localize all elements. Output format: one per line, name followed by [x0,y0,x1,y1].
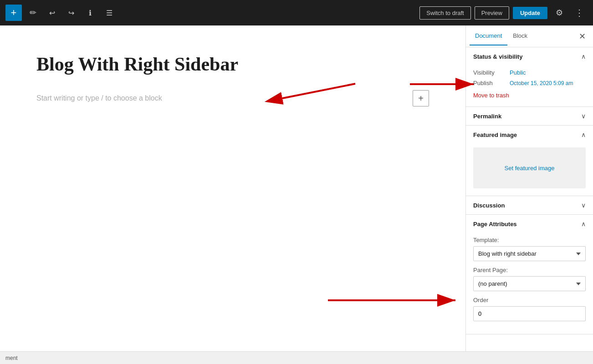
toolbar: + ✏ ↩ ↪ ℹ ☰ Switch to draft Preview Upda… [0,0,593,25]
page-attributes-title: Page Attributes [473,221,517,228]
page-attributes-section: Page Attributes ∧ Template: Blog with ri… [466,215,593,334]
info-button[interactable]: ℹ [82,5,98,21]
status-bar-text: ment [5,355,18,361]
order-field-group: Order [473,297,586,321]
featured-image-chevron-up-icon: ∧ [581,131,586,138]
status-visibility-body: Visibility Public Publish October 15, 20… [466,66,593,106]
chevron-up-icon: ∧ [581,53,586,60]
parent-page-label: Parent Page: [473,267,586,273]
edit-icon-button[interactable]: ✏ [25,5,41,21]
permalink-title: Permalink [473,113,501,120]
parent-page-field-group: Parent Page: (no parent) [473,267,586,291]
featured-image-body: Set featured image [466,144,593,196]
visibility-value[interactable]: Public [510,69,526,76]
order-input[interactable] [473,306,586,321]
right-sidebar: Document Block ✕ Status & visibility ∧ V… [465,25,593,351]
publish-label: Publish [473,80,510,86]
page-attributes-header[interactable]: Page Attributes ∧ [466,215,593,233]
status-visibility-section: Status & visibility ∧ Visibility Public … [466,47,593,107]
toolbar-left: + ✏ ↩ ↪ ℹ ☰ [5,5,118,21]
publish-row: Publish October 15, 2020 5:09 am [473,80,586,86]
page-attributes-body: Template: Blog with right sidebar Defaul… [466,233,593,334]
more-options-button[interactable]: ⋮ [571,5,588,21]
featured-image-section: Featured image ∧ Set featured image [466,126,593,196]
discussion-section: Discussion ∨ [466,196,593,215]
discussion-title: Discussion [473,202,505,209]
tab-document[interactable]: Document [470,27,507,46]
toolbar-right: Switch to draft Preview Update ⚙ ⋮ [419,5,588,21]
list-view-button[interactable]: ☰ [101,5,118,21]
template-label: Template: [473,237,586,243]
post-title[interactable]: Blog With Right Sidebar [36,53,429,76]
visibility-label: Visibility [473,69,510,76]
settings-gear-button[interactable]: ⚙ [551,5,567,21]
editor-area: Blog With Right Sidebar Start writing or… [0,25,465,351]
switch-to-draft-button[interactable]: Switch to draft [419,6,470,20]
set-featured-image-button[interactable]: Set featured image [473,147,586,188]
template-field-group: Template: Blog with right sidebar Defaul… [473,237,586,261]
placeholder-text[interactable]: Start writing or type / to choose a bloc… [36,94,413,102]
preview-button[interactable]: Preview [475,6,509,20]
publish-value[interactable]: October 15, 2020 5:09 am [510,80,573,86]
redo-button[interactable]: ↪ [63,5,79,21]
block-placeholder: Start writing or type / to choose a bloc… [36,90,429,106]
visibility-row: Visibility Public [473,69,586,76]
status-bar: ment [0,351,593,364]
order-label: Order [473,297,586,303]
discussion-chevron-down-icon: ∨ [581,202,586,209]
featured-image-header[interactable]: Featured image ∧ [466,126,593,144]
main-layout: Blog With Right Sidebar Start writing or… [0,25,593,351]
status-visibility-header[interactable]: Status & visibility ∧ [466,47,593,66]
status-visibility-title: Status & visibility [473,53,522,60]
permalink-section: Permalink ∨ [466,107,593,126]
sidebar-close-button[interactable]: ✕ [575,29,589,44]
update-button[interactable]: Update [513,7,547,19]
parent-page-select[interactable]: (no parent) [473,276,586,291]
add-block-inline-button[interactable]: + [413,90,429,106]
permalink-chevron-down-icon: ∨ [581,112,586,120]
permalink-header[interactable]: Permalink ∨ [466,107,593,125]
move-to-trash-link[interactable]: Move to trash [473,92,509,99]
undo-button[interactable]: ↩ [44,5,60,21]
tab-block[interactable]: Block [507,27,533,46]
featured-image-title: Featured image [473,131,517,138]
add-block-toolbar-button[interactable]: + [5,5,22,21]
page-attributes-chevron-up-icon: ∧ [581,220,586,228]
discussion-header[interactable]: Discussion ∨ [466,196,593,214]
template-select[interactable]: Blog with right sidebar Default Template… [473,246,586,261]
sidebar-tabs: Document Block ✕ [466,25,593,47]
